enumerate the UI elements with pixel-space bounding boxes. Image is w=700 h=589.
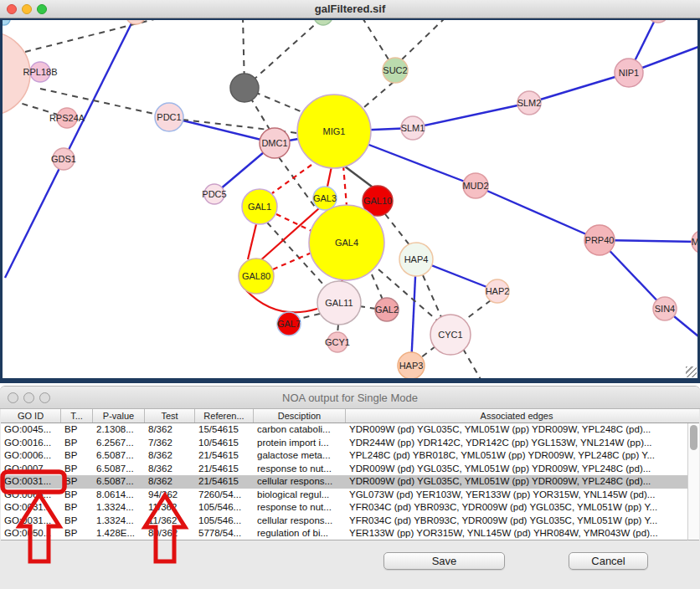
cell-go_id: GO:0050... xyxy=(1,527,61,540)
network-edge xyxy=(463,300,491,321)
cell-p_value: 6.2567... xyxy=(93,437,145,450)
column-header-type[interactable]: T... xyxy=(61,409,93,423)
cell-type: BP xyxy=(61,527,93,540)
table-body: GO:0045...BP2.1308...8/36215/54615carbon… xyxy=(1,423,687,540)
node-label: GAL11 xyxy=(325,298,353,308)
cell-edges: YDR009W (pd) YGL035C, YML051W (pp) YDR00… xyxy=(346,463,687,476)
table-row[interactable]: GO:0006...BP6.5087...8/36221/54615galact… xyxy=(1,449,687,463)
node-label: HAP2 xyxy=(486,286,510,296)
cell-description: regulation of bi... xyxy=(254,527,346,540)
network-edge xyxy=(272,165,311,193)
network-edge xyxy=(276,214,311,231)
cell-p_value: 6.5087... xyxy=(93,449,145,463)
resize-handle-icon[interactable] xyxy=(686,366,697,377)
noa-window-title: NOA output for Single Mode xyxy=(0,392,700,404)
cell-description: response to nut... xyxy=(254,463,346,476)
cell-go_id: GO:0031... xyxy=(1,501,61,515)
cell-type: BP xyxy=(61,437,93,450)
node-label: MSL5 xyxy=(692,237,697,247)
node-label: MUD2 xyxy=(462,181,488,191)
cell-type: BP xyxy=(61,501,93,515)
cell-type: BP xyxy=(61,475,93,489)
cell-go_id: GO:0045... xyxy=(1,423,61,437)
network-edge xyxy=(420,346,435,358)
cell-test: 11/362 xyxy=(145,515,195,528)
cell-p_value: 6.5087... xyxy=(93,475,145,489)
cell-test: 8/362 xyxy=(145,423,195,437)
cancel-button[interactable]: Cancel xyxy=(569,552,648,570)
cell-test: 80/362 xyxy=(145,527,195,540)
network-node[interactable] xyxy=(647,20,669,23)
node-label: GAL80 xyxy=(242,271,270,281)
scrollbar-thumb[interactable] xyxy=(690,425,697,450)
table-row[interactable]: GO:0007...BP6.5087...8/36221/54615respon… xyxy=(1,463,687,476)
column-header-edges[interactable]: Associated edges xyxy=(346,409,687,423)
node-label: CYC1 xyxy=(438,330,462,340)
table-row[interactable]: GO:0031...BP1.3324...11/362105/546...res… xyxy=(1,501,687,515)
table-row[interactable]: GO:0031...BP6.5087...8/36221/54615cellul… xyxy=(1,475,687,489)
node-label: GAL4 xyxy=(335,238,358,248)
column-header-reference[interactable]: Referen... xyxy=(195,409,254,423)
cell-type: BP xyxy=(61,449,93,463)
node-label: SIN4 xyxy=(655,304,675,314)
table-row[interactable]: GO:0045...BP2.1308...8/36215/54615carbon… xyxy=(1,423,687,437)
network-edge xyxy=(183,120,311,135)
cell-type: BP xyxy=(61,423,93,437)
cell-reference: 15/54615 xyxy=(195,423,254,437)
cell-type: BP xyxy=(61,515,93,528)
table-row[interactable]: GO:0031...BP1.3324...11/362105/546...cel… xyxy=(1,515,687,528)
cell-p_value: 1.428E... xyxy=(93,527,145,540)
node-label: GAL2 xyxy=(375,305,399,315)
cell-test: 11/362 xyxy=(145,501,195,515)
network-edge xyxy=(402,20,446,59)
network-node[interactable] xyxy=(126,20,146,24)
node-label: GAL1 xyxy=(248,202,271,212)
save-button[interactable]: Save xyxy=(383,552,505,570)
node-label: GDS1 xyxy=(51,154,76,164)
table-header[interactable]: GO IDT...P-valueTestReferen...Desciption… xyxy=(1,409,699,423)
cell-type: BP xyxy=(61,489,93,502)
table-scrollbar[interactable] xyxy=(687,423,699,540)
network-edge xyxy=(327,166,332,187)
cell-edges: YPL248C (pd) YBR018C, YML051W (pp) YDR00… xyxy=(346,449,687,463)
cell-edges: YDR009W (pd) YGL035C, YML051W (pp) YDR00… xyxy=(346,475,687,489)
network-canvas[interactable]: RPL18BRPS24AGDS1PDC1DMC1MIG1SUC2SLM1SLM2… xyxy=(0,18,700,383)
table-row[interactable]: GO:0016...BP6.2567...7/36210/54615protei… xyxy=(1,437,687,450)
network-edge xyxy=(385,214,410,246)
network-edge xyxy=(362,20,389,59)
node-label: GAL7 xyxy=(277,319,301,329)
column-header-p_value[interactable]: P-value xyxy=(93,409,145,423)
cell-description: protein import i... xyxy=(254,437,346,450)
cell-description: carbon cataboli... xyxy=(254,423,346,437)
cell-go_id: GO:0031... xyxy=(1,515,61,528)
cell-description: biological regul... xyxy=(254,489,346,502)
cell-p_value: 1.3324... xyxy=(93,515,145,528)
node-label: HAP4 xyxy=(404,254,429,264)
node-label: DMC1 xyxy=(261,138,287,148)
cell-description: cellular respons... xyxy=(254,475,346,489)
network-node[interactable] xyxy=(314,20,332,25)
cell-edges: YDR244W (pp) YDR142C, YDR142C (pp) YGL15… xyxy=(346,437,687,450)
cell-edges: YDR009W (pd) YGL035C, YML051W (pp) YDR00… xyxy=(346,423,687,437)
table-row[interactable]: GO:0050...BP1.428E...80/3625778/54...reg… xyxy=(1,527,687,540)
cell-test: 94/362 xyxy=(145,489,195,502)
network-node[interactable] xyxy=(3,20,10,25)
cell-go_id: GO:0031... xyxy=(1,475,61,489)
network-edge xyxy=(476,186,600,240)
cell-test: 8/362 xyxy=(145,475,195,489)
column-header-go_id[interactable]: GO ID xyxy=(1,409,61,423)
network-node[interactable] xyxy=(230,74,259,102)
network-edge xyxy=(169,117,275,143)
column-header-test[interactable]: Test xyxy=(145,409,195,423)
cell-edges: YER133W (pp) YOR315W, YNL145W (pd) YHR08… xyxy=(346,527,687,540)
table-row[interactable]: GO:0065...BP8.0614...94/3627260/54...bio… xyxy=(1,489,687,502)
network-edge xyxy=(342,164,375,189)
network-graph: RPL18BRPS24AGDS1PDC1DMC1MIG1SUC2SLM1SLM2… xyxy=(3,20,697,378)
cell-go_id: GO:0065... xyxy=(1,489,61,502)
cell-edges: YGL073W (pd) YER103W, YER133W (pp) YOR31… xyxy=(346,489,687,502)
column-header-description[interactable]: Desciption xyxy=(254,409,346,423)
network-edge xyxy=(299,314,320,319)
network-edge xyxy=(372,274,383,300)
cell-reference: 21/54615 xyxy=(195,449,254,463)
network-edge xyxy=(358,82,394,112)
